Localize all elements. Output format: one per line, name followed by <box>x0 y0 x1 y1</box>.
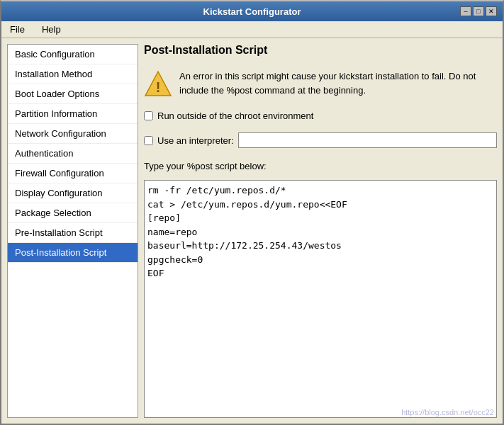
window-title: Kickstart Configurator <box>44 6 460 17</box>
sidebar-item-partition-information[interactable]: Partition Information <box>8 104 138 124</box>
help-menu[interactable]: Help <box>39 23 64 36</box>
warning-text: An error in this script might cause your… <box>179 69 497 97</box>
run-outside-chroot-row: Run outside of the chroot environment <box>144 110 497 121</box>
close-button[interactable]: ✕ <box>486 6 497 16</box>
minimize-button[interactable]: – <box>460 6 471 16</box>
panel-title: Post-Installation Script <box>144 44 497 57</box>
use-interpreter-checkbox[interactable] <box>144 136 153 145</box>
script-label: Type your %post script below: <box>144 161 497 171</box>
watermark: https://blog.csdn.net/occ22 <box>401 408 494 416</box>
warning-box: ! An error in this script might cause yo… <box>144 65 497 102</box>
sidebar: Basic Configuration Installation Method … <box>7 44 138 418</box>
interpreter-input[interactable] <box>238 132 497 148</box>
sidebar-item-network-configuration[interactable]: Network Configuration <box>8 124 138 144</box>
main-window: Kickstart Configurator – □ ✕ File Help B… <box>0 0 504 425</box>
sidebar-item-installation-method[interactable]: Installation Method <box>8 64 138 84</box>
menu-bar: File Help <box>1 21 503 38</box>
sidebar-item-firewall-configuration[interactable]: Firewall Configuration <box>8 164 138 183</box>
run-outside-chroot-label: Run outside of the chroot environment <box>157 110 313 121</box>
sidebar-item-authentication[interactable]: Authentication <box>8 144 138 164</box>
use-interpreter-label: Use an interpreter: <box>157 135 234 146</box>
use-interpreter-row: Use an interpreter: <box>144 132 497 148</box>
svg-text:!: ! <box>156 79 161 95</box>
script-textarea[interactable]: rm -fr /etc/yum.repos.d/* cat > /etc/yum… <box>144 180 497 418</box>
window-controls: – □ ✕ <box>460 6 497 16</box>
sidebar-item-post-installation-script[interactable]: Post-Installation Script <box>8 243 138 263</box>
sidebar-item-display-configuration[interactable]: Display Configuration <box>8 183 138 203</box>
main-panel: Post-Installation Script ! An error in t… <box>144 44 497 418</box>
title-bar: Kickstart Configurator – □ ✕ <box>1 1 503 21</box>
run-outside-chroot-checkbox[interactable] <box>144 111 153 120</box>
sidebar-item-pre-installation-script[interactable]: Pre-Installation Script <box>8 223 138 243</box>
content-area: Basic Configuration Installation Method … <box>1 38 503 424</box>
sidebar-item-basic-configuration[interactable]: Basic Configuration <box>8 45 138 64</box>
sidebar-item-package-selection[interactable]: Package Selection <box>8 203 138 223</box>
file-menu[interactable]: File <box>7 23 28 36</box>
sidebar-item-boot-loader-options[interactable]: Boot Loader Options <box>8 84 138 104</box>
maximize-button[interactable]: □ <box>473 6 484 16</box>
warning-icon: ! <box>144 69 172 98</box>
